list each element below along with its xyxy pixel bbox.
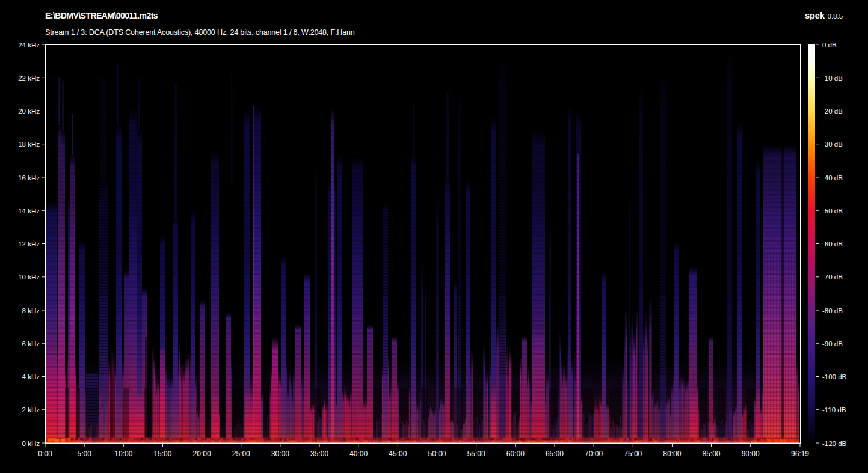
svg-text:6 kHz: 6 kHz — [22, 340, 40, 347]
svg-text:15:00: 15:00 — [153, 450, 171, 458]
svg-text:10 kHz: 10 kHz — [18, 273, 40, 281]
svg-text:30:00: 30:00 — [271, 450, 289, 458]
svg-text:Stream 1 / 3: DCA (DTS Coheren: Stream 1 / 3: DCA (DTS Coherent Acoustic… — [45, 28, 355, 37]
svg-text:65:00: 65:00 — [546, 450, 564, 458]
svg-text:-100 dB: -100 dB — [822, 373, 847, 380]
svg-text:-60 dB: -60 dB — [822, 240, 843, 248]
svg-text:4 kHz: 4 kHz — [22, 373, 40, 380]
svg-text:14 kHz: 14 kHz — [18, 207, 40, 215]
svg-text:0.8.5: 0.8.5 — [828, 13, 843, 20]
svg-text:35:00: 35:00 — [310, 450, 328, 458]
svg-text:20:00: 20:00 — [193, 450, 211, 458]
svg-text:-120 dB: -120 dB — [822, 440, 847, 447]
svg-text:-20 dB: -20 dB — [822, 108, 843, 115]
svg-text:45:00: 45:00 — [389, 450, 407, 458]
svg-text:0 kHz: 0 kHz — [22, 440, 40, 447]
svg-text:-10 dB: -10 dB — [822, 75, 843, 82]
svg-text:22 kHz: 22 kHz — [18, 75, 40, 82]
svg-text:0:00: 0:00 — [38, 450, 52, 458]
svg-text:16 kHz: 16 kHz — [18, 174, 40, 182]
svg-text:40:00: 40:00 — [349, 450, 368, 458]
svg-text:85:00: 85:00 — [703, 450, 721, 458]
svg-text:E:\BDMV\STREAM\00011.m2ts: E:\BDMV\STREAM\00011.m2ts — [45, 11, 158, 20]
svg-text:spek: spek — [805, 11, 825, 20]
svg-text:0 dB: 0 dB — [822, 41, 837, 49]
svg-text:-110 dB: -110 dB — [822, 406, 846, 413]
svg-text:80:00: 80:00 — [663, 450, 681, 458]
svg-text:2 kHz: 2 kHz — [22, 406, 40, 413]
svg-text:18 kHz: 18 kHz — [18, 141, 40, 148]
svg-text:75:00: 75:00 — [624, 450, 642, 458]
svg-text:-30 dB: -30 dB — [822, 141, 843, 148]
svg-text:10:00: 10:00 — [114, 450, 132, 458]
svg-text:60:00: 60:00 — [506, 450, 525, 458]
svg-text:5:00: 5:00 — [77, 450, 91, 458]
svg-text:25:00: 25:00 — [232, 450, 250, 458]
svg-text:24 kHz: 24 kHz — [18, 41, 40, 49]
svg-text:-80 dB: -80 dB — [822, 307, 843, 314]
svg-text:-90 dB: -90 dB — [822, 340, 843, 347]
svg-text:90:00: 90:00 — [742, 450, 760, 458]
svg-text:20 kHz: 20 kHz — [18, 108, 40, 115]
svg-text:-50 dB: -50 dB — [822, 207, 843, 215]
svg-text:-40 dB: -40 dB — [822, 174, 843, 182]
svg-text:-70 dB: -70 dB — [822, 273, 843, 281]
svg-text:55:00: 55:00 — [467, 450, 485, 458]
svg-text:70:00: 70:00 — [585, 450, 603, 458]
svg-text:12 kHz: 12 kHz — [18, 240, 40, 248]
svg-text:8 kHz: 8 kHz — [22, 307, 40, 314]
svg-text:50:00: 50:00 — [428, 450, 446, 458]
svg-text:96:19: 96:19 — [791, 450, 809, 458]
